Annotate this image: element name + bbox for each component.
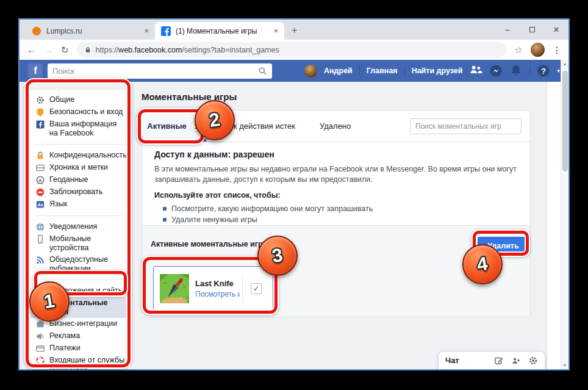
list-item: Удалите ненужные игры — [154, 214, 518, 225]
profile-avatar[interactable] — [304, 65, 317, 78]
https-lock-icon — [84, 46, 91, 54]
right-rail — [547, 82, 561, 369]
compose-icon[interactable] — [494, 356, 504, 366]
new-group-icon[interactable] — [511, 356, 521, 366]
home-link[interactable]: Главная — [367, 67, 398, 75]
tab-label: Удалено — [320, 121, 351, 131]
chat-label: Чат — [445, 356, 487, 365]
url-text: https://web.facebook.com/settings?tab=in… — [96, 46, 279, 54]
search-icon — [258, 67, 267, 76]
annotation-step-number: 2 — [208, 109, 222, 132]
chat-bar[interactable]: Чат — [438, 351, 545, 369]
url-field[interactable]: https://web.facebook.com/settings?tab=in… — [77, 42, 507, 57]
divider — [529, 66, 530, 76]
forward-icon[interactable]: → — [44, 45, 53, 55]
close-tab-icon[interactable]: × — [144, 26, 149, 35]
chat-settings-gear-icon[interactable] — [528, 356, 538, 366]
bullet-icon — [163, 218, 167, 222]
maximize-button[interactable] — [520, 25, 544, 34]
facebook-favicon-icon — [161, 26, 171, 36]
annotation-step-circle-4: 4 — [462, 244, 503, 284]
annotation-step-number: 3 — [271, 244, 285, 267]
back-icon[interactable]: ← — [27, 45, 36, 55]
messenger-icon[interactable] — [489, 64, 503, 78]
scroll-up-icon[interactable]: ▲ — [561, 62, 568, 66]
facebook-search-box[interactable] — [48, 63, 272, 79]
browser-tab-lumpics[interactable]: Lumpics.ru × — [26, 22, 155, 40]
bookmark-star-icon[interactable]: ☆ — [515, 45, 523, 56]
description-text: В эти моментальные игры вы недавно играл… — [154, 164, 518, 185]
new-tab-button[interactable]: + — [284, 25, 304, 40]
settings-tab[interactable]: Удалено — [307, 110, 363, 142]
annotation-rect-sidebar — [26, 79, 131, 367]
facebook-search-input[interactable] — [52, 67, 258, 76]
annotation-step-number: 1 — [43, 290, 57, 313]
list-heading: Используйте этот список, чтобы: — [154, 191, 518, 200]
find-friends-link[interactable]: Найти друзей — [412, 67, 463, 75]
window-controls: – × — [495, 20, 568, 40]
list-item-text: Посмотрите, какую информацию они могут з… — [171, 203, 373, 214]
tab-title: (1) Моментальные игры — [176, 27, 268, 35]
account-menu-caret-icon[interactable]: ▾ — [557, 68, 560, 74]
annotation-step-circle-2: 2 — [195, 100, 235, 140]
scroll-down-icon[interactable]: ▼ — [561, 363, 568, 367]
friend-requests-icon[interactable] — [469, 64, 482, 78]
facebook-header: f Андрей Главная Найти друзей ? ▾ — [20, 60, 568, 82]
close-tab-icon[interactable]: × — [273, 26, 278, 35]
bullet-icon — [163, 207, 167, 211]
notifications-bell-icon[interactable] — [509, 64, 523, 78]
facebook-logo-icon[interactable]: f — [28, 63, 43, 78]
lumpics-favicon-icon — [32, 26, 41, 36]
browser-tab-facebook[interactable]: (1) Моментальные игры × — [155, 22, 284, 40]
browser-menu-icon[interactable]: ⋮ — [553, 45, 561, 55]
active-games-label: Активные моментальные игры — [151, 240, 269, 248]
screenshot-canvas: Lumpics.ru × (1) Моментальные игры × + –… — [0, 0, 588, 390]
browser-profile-avatar[interactable] — [531, 43, 545, 57]
browser-tab-strip: Lumpics.ru × (1) Моментальные игры × + –… — [20, 20, 568, 40]
annotation-rect-game-card — [143, 257, 278, 314]
page-scrollbar[interactable]: ▲ ▼ — [561, 60, 568, 369]
page-title: Моментальные игры — [142, 92, 237, 102]
profile-name-link[interactable]: Андрей — [324, 67, 353, 75]
browser-address-bar: ← → ↻ https://web.facebook.com/settings?… — [20, 40, 568, 60]
annotation-step-circle-1: 1 — [29, 281, 70, 322]
list-item-text: Удалите ненужные игры — [171, 214, 257, 225]
reload-icon[interactable]: ↻ — [61, 45, 69, 56]
scrollbar-thumb[interactable] — [562, 71, 568, 172]
tab-title: Lumpics.ru — [46, 27, 139, 35]
close-window-button[interactable]: × — [544, 24, 568, 35]
svg-text:?: ? — [541, 67, 546, 76]
minimize-button[interactable]: – — [495, 25, 520, 34]
facebook-header-right: Андрей Главная Найти друзей ? ▾ — [304, 64, 560, 78]
usage-list: Посмотрите, какую информацию они могут з… — [154, 203, 518, 225]
help-icon[interactable]: ? — [537, 64, 550, 78]
description-section: Доступ к данным: разрешен В эти моментал… — [142, 142, 530, 225]
divider — [359, 66, 360, 76]
access-heading: Доступ к данным: разрешен — [154, 150, 518, 159]
maximize-icon — [529, 27, 535, 32]
games-search-input[interactable] — [410, 118, 522, 134]
list-item: Посмотрите, какую информацию они могут з… — [154, 203, 518, 214]
annotation-rect-active-tab — [138, 109, 204, 143]
annotation-step-number: 4 — [476, 253, 490, 276]
divider — [404, 66, 405, 76]
annotation-step-circle-3: 3 — [257, 236, 298, 276]
